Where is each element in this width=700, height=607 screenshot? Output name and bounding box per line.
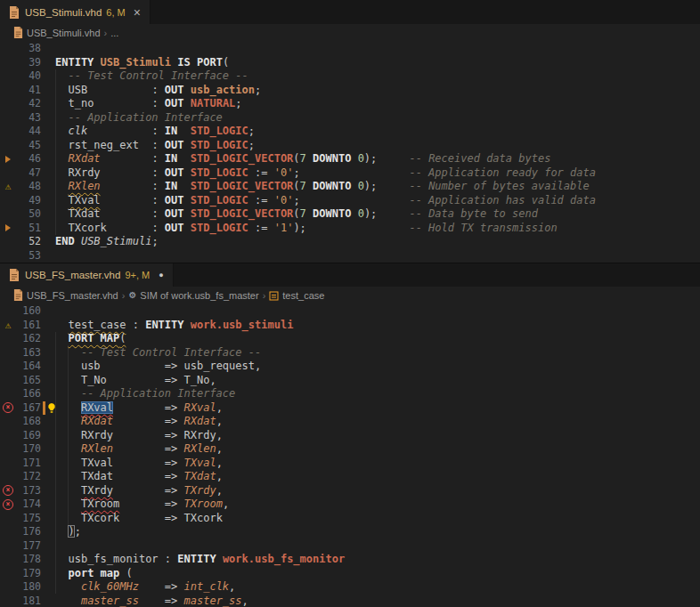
gutter-decoration-slot	[41, 580, 55, 595]
modified-marker-icon	[5, 156, 11, 163]
gutter-glyph-margin	[0, 360, 16, 374]
line-number: 176	[16, 525, 41, 539]
code-line[interactable]: 40 -- Test Control Interface --	[0, 69, 700, 84]
vhdl-file-icon	[13, 27, 23, 40]
code-line[interactable]: 38	[0, 42, 700, 56]
unsaved-changes-dot-icon[interactable]: ●	[159, 271, 163, 279]
code-text	[55, 249, 700, 263]
code-line[interactable]: 177	[0, 539, 700, 554]
code-line[interactable]: 180 clk_60MHz => int_clk,	[0, 580, 700, 595]
breadcrumb-item[interactable]: ...	[110, 28, 118, 38]
gutter-decoration-slot	[41, 207, 55, 222]
code-line[interactable]: 163 -- Test Control Interface --	[0, 346, 700, 360]
code-line[interactable]: 175 TXcork => TXcork	[0, 512, 700, 526]
line-number: 165	[16, 374, 41, 388]
code-line[interactable]: 39ENTITY USB_Stimuli IS PORT(	[0, 56, 700, 70]
breadcrumb-label: ...	[110, 28, 118, 38]
gutter-decoration-slot	[41, 222, 55, 236]
code-line[interactable]: 47 RXrdy : OUT STD_LOGIC := '0'; -- Appl…	[0, 166, 700, 181]
code-line[interactable]: 162 PORT MAP(	[0, 332, 700, 346]
breadcrumb-item[interactable]: USB_FS_master.vhd	[13, 289, 118, 303]
code-line[interactable]: 53	[0, 249, 700, 263]
code-editor[interactable]: 3839ENTITY USB_Stimuli IS PORT(40 -- Tes…	[0, 42, 700, 263]
tab-problems-modified-badge: 6, M	[106, 7, 125, 18]
code-line[interactable]: ×167 RXval => RXval,	[0, 401, 700, 416]
gutter-decoration-slot	[41, 442, 55, 457]
line-number: 161	[16, 319, 41, 333]
line-number: 45	[16, 139, 41, 153]
gutter-decoration-slot	[41, 360, 55, 374]
gutter-decoration-slot	[41, 194, 55, 208]
line-number: 47	[16, 166, 41, 181]
code-line[interactable]: 169 RXrdy => RXrdy,	[0, 429, 700, 443]
code-line[interactable]: 49 TXval : OUT STD_LOGIC := '0'; -- Appl…	[0, 194, 700, 208]
breadcrumb-item[interactable]: test_case	[269, 290, 324, 301]
breadcrumb-item[interactable]: USB_Stimuli.vhd	[13, 27, 101, 40]
gutter-decoration-slot	[41, 152, 55, 166]
code-line[interactable]: 179 port map (	[0, 567, 700, 581]
gutter-glyph-margin	[0, 332, 16, 346]
gutter-glyph-margin	[0, 222, 16, 236]
gutter-glyph-margin	[0, 595, 16, 607]
code-line[interactable]: 164 usb => usb_request,	[0, 360, 700, 374]
gutter-decoration-slot	[41, 539, 55, 554]
gutter-glyph-margin: ×	[0, 498, 16, 512]
code-line[interactable]: 181 master_ss => master_ss,	[0, 595, 700, 607]
gutter-glyph-margin	[0, 84, 16, 98]
code-line[interactable]: 178 usb_fs_monitor : ENTITY work.usb_fs_…	[0, 553, 700, 567]
gutter-glyph-margin	[0, 139, 16, 153]
line-number: 168	[16, 415, 41, 429]
tab-label: USB_FS_master.vhd	[25, 270, 120, 280]
code-line[interactable]: 170 RXlen => RXlen,	[0, 442, 700, 457]
code-line[interactable]: 42 t_no : OUT NATURAL;	[0, 97, 700, 111]
code-line[interactable]: 51 TXcork : OUT STD_LOGIC := '1'); -- Ho…	[0, 222, 700, 236]
gutter-decoration-slot	[41, 111, 55, 125]
tab-usb-fs-master[interactable]: USB_FS_master.vhd 9+, M ●	[0, 263, 174, 287]
code-line[interactable]: 50 TXdat : OUT STD_LOGIC_VECTOR(7 DOWNTO…	[0, 207, 700, 222]
code-line[interactable]: 172 TXdat => TXdat,	[0, 470, 700, 484]
code-line[interactable]: ⚠161 test_case : ENTITY work.usb_stimuli	[0, 319, 700, 333]
code-editor[interactable]: 160⚠161 test_case : ENTITY work.usb_stim…	[0, 304, 700, 607]
tab-usb-stimuli[interactable]: USB_Stimuli.vhd 6, M ×	[0, 0, 151, 24]
line-number: 177	[16, 539, 41, 554]
architecture-symbol-icon: ⚙	[128, 291, 136, 300]
code-line[interactable]: 41 USB : OUT usb_action;	[0, 84, 700, 98]
code-line[interactable]: 46 RXdat : IN STD_LOGIC_VECTOR(7 DOWNTO …	[0, 152, 700, 166]
vhdl-file-icon	[9, 5, 20, 19]
gutter-decoration-slot	[41, 97, 55, 111]
line-number: 39	[16, 56, 41, 70]
breadcrumb-separator-icon: ›	[104, 28, 108, 38]
gutter-glyph-margin	[0, 539, 16, 554]
code-line[interactable]: ×173 TXrdy => TXrdy,	[0, 484, 700, 498]
line-number: 44	[16, 125, 41, 139]
code-lines: 160⚠161 test_case : ENTITY work.usb_stim…	[0, 304, 700, 607]
code-line[interactable]: 160	[0, 304, 700, 319]
code-line[interactable]: 43 -- Application Interface	[0, 111, 700, 125]
gutter-glyph-margin	[0, 207, 16, 222]
gutter-glyph-margin	[0, 194, 16, 208]
code-text	[55, 42, 700, 56]
gutter-glyph-margin: ⚠	[0, 319, 16, 333]
code-line[interactable]: 44 clk : IN STD_LOGIC;	[0, 125, 700, 139]
vhdl-file-icon	[9, 269, 20, 282]
code-line[interactable]: 168 RXdat => RXdat,	[0, 415, 700, 429]
code-line[interactable]: 176 );	[0, 525, 700, 539]
close-icon[interactable]: ×	[134, 6, 141, 19]
gutter-decoration-slot	[41, 42, 55, 56]
code-text: TXdat : OUT STD_LOGIC_VECTOR(7 DOWNTO 0)…	[55, 207, 700, 222]
code-line[interactable]: ×174 TXroom => TXroom,	[0, 498, 700, 512]
line-number: 41	[16, 84, 41, 98]
code-line[interactable]: 171 TXval => TXval,	[0, 457, 700, 471]
code-line[interactable]: 52END USB_Stimuli;	[0, 235, 700, 249]
gutter-decoration-slot	[41, 139, 55, 153]
breadcrumb-item[interactable]: ⚙SIM of work.usb_fs_master	[128, 290, 258, 301]
code-text: TXcork : OUT STD_LOGIC := '1'); -- Hold …	[55, 222, 700, 236]
gutter-decoration-slot	[41, 525, 55, 539]
code-line[interactable]: 45 rst_neg_ext : OUT STD_LOGIC;	[0, 139, 700, 153]
code-line[interactable]: 166 -- Application Interface	[0, 387, 700, 401]
gutter-glyph-margin	[0, 567, 16, 581]
breadcrumb-separator-icon: ›	[122, 290, 126, 301]
code-line[interactable]: 165 T_No => T_No,	[0, 374, 700, 388]
breadcrumb-separator-icon: ›	[263, 290, 266, 301]
code-line[interactable]: ⚠48 RXlen : IN STD_LOGIC_VECTOR(7 DOWNTO…	[0, 180, 700, 194]
